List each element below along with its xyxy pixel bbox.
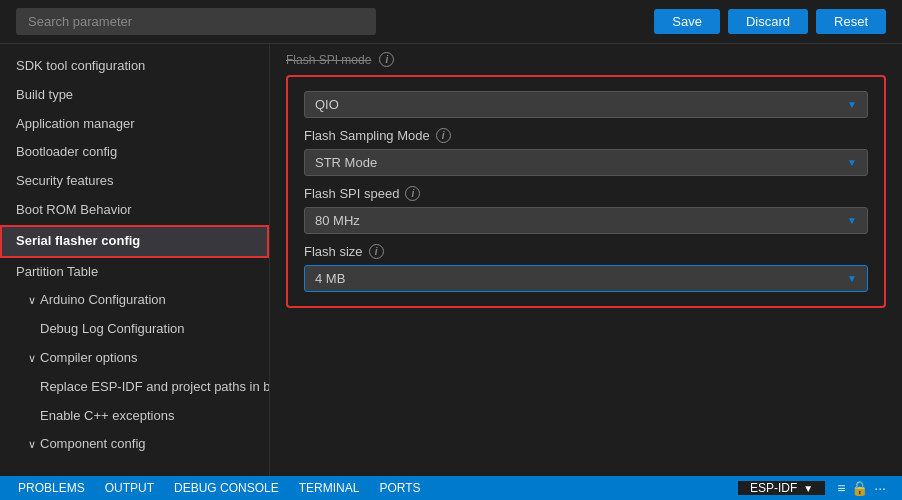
flash-spi-speed-label: Flash SPI speed bbox=[304, 186, 399, 201]
flash-size-value: 4 MB bbox=[315, 271, 345, 286]
sidebar-item-component-config[interactable]: ∨Component config bbox=[0, 430, 269, 459]
qio-value: QIO bbox=[315, 97, 339, 112]
mhz-value: 80 MHz bbox=[315, 213, 360, 228]
mhz-arrow-icon: ▼ bbox=[847, 215, 857, 226]
flash-spi-mode-info-icon[interactable]: i bbox=[379, 52, 394, 67]
statusbar-terminal[interactable]: TERMINAL bbox=[289, 481, 370, 495]
statusbar-left: PROBLEMS OUTPUT DEBUG CONSOLE TERMINAL P… bbox=[8, 481, 431, 495]
flash-spi-speed-row: Flash SPI speed i 80 MHz ▼ bbox=[304, 186, 868, 234]
panel: Flash SPI mode i QIO ▼ Flash Sampling Mo… bbox=[270, 44, 902, 476]
sidebar-item-bootloader-config[interactable]: Bootloader config bbox=[0, 138, 269, 167]
discard-button[interactable]: Discard bbox=[728, 9, 808, 34]
search-input[interactable] bbox=[16, 8, 376, 35]
statusbar-output[interactable]: OUTPUT bbox=[95, 481, 164, 495]
list-icon[interactable]: ≡ bbox=[837, 480, 845, 496]
statusbar: PROBLEMS OUTPUT DEBUG CONSOLE TERMINAL P… bbox=[0, 476, 902, 500]
sidebar-item-arduino-configuration[interactable]: ∨Arduino Configuration bbox=[0, 286, 269, 315]
str-mode-value: STR Mode bbox=[315, 155, 377, 170]
flash-spi-speed-label-row: Flash SPI speed i bbox=[304, 186, 868, 201]
sidebar-item-security-features[interactable]: Security features bbox=[0, 167, 269, 196]
sidebar-item-build-type[interactable]: Build type bbox=[0, 81, 269, 110]
sidebar-item-enable-cpp[interactable]: Enable C++ exceptions bbox=[0, 402, 269, 431]
statusbar-esp-idf[interactable]: ESP-IDF ▼ bbox=[738, 481, 825, 495]
qio-arrow-icon: ▼ bbox=[847, 99, 857, 110]
search-wrap bbox=[16, 8, 376, 35]
chevron-arduino-icon: ∨ bbox=[28, 294, 36, 306]
chevron-component-icon: ∨ bbox=[28, 438, 36, 450]
flash-sampling-mode-label: Flash Sampling Mode bbox=[304, 128, 430, 143]
statusbar-icons: ≡ 🔒 ··· bbox=[829, 480, 894, 496]
more-icon[interactable]: ··· bbox=[874, 480, 886, 496]
sidebar-item-replace-esp-idf[interactable]: Replace ESP-IDF and project paths in bin… bbox=[0, 373, 269, 402]
flash-spi-mode-label: Flash SPI mode bbox=[286, 53, 371, 67]
sidebar-item-debug-log-configuration[interactable]: Debug Log Configuration bbox=[0, 315, 269, 344]
highlight-box: QIO ▼ Flash Sampling Mode i STR Mode ▼ F… bbox=[286, 75, 886, 308]
flash-spi-speed-info-icon[interactable]: i bbox=[405, 186, 420, 201]
flash-sampling-mode-row: Flash Sampling Mode i STR Mode ▼ bbox=[304, 128, 868, 176]
statusbar-debug-console[interactable]: DEBUG CONSOLE bbox=[164, 481, 289, 495]
flash-size-label-row: Flash size i bbox=[304, 244, 868, 259]
flash-size-dropdown[interactable]: 4 MB ▼ bbox=[304, 265, 868, 292]
flash-size-info-icon[interactable]: i bbox=[369, 244, 384, 259]
esp-idf-arrow-icon: ▼ bbox=[803, 483, 813, 494]
mhz-dropdown[interactable]: 80 MHz ▼ bbox=[304, 207, 868, 234]
sidebar-item-compiler-options[interactable]: ∨Compiler options bbox=[0, 344, 269, 373]
sidebar-item-partition-table[interactable]: Partition Table bbox=[0, 258, 269, 287]
toolbar-buttons: Save Discard Reset bbox=[654, 9, 886, 34]
flash-size-arrow-icon: ▼ bbox=[847, 273, 857, 284]
sidebar: SDK tool configuration Build type Applic… bbox=[0, 44, 270, 476]
esp-idf-label: ESP-IDF bbox=[750, 481, 797, 495]
str-mode-dropdown[interactable]: STR Mode ▼ bbox=[304, 149, 868, 176]
save-button[interactable]: Save bbox=[654, 9, 720, 34]
sidebar-item-boot-rom-behavior[interactable]: Boot ROM Behavior bbox=[0, 196, 269, 225]
flash-sampling-mode-label-row: Flash Sampling Mode i bbox=[304, 128, 868, 143]
statusbar-right: ESP-IDF ▼ ≡ 🔒 ··· bbox=[738, 480, 894, 496]
qio-dropdown[interactable]: QIO ▼ bbox=[304, 91, 868, 118]
flash-sampling-mode-info-icon[interactable]: i bbox=[436, 128, 451, 143]
toolbar: Save Discard Reset bbox=[0, 0, 902, 44]
sidebar-item-application-manager[interactable]: Application manager bbox=[0, 110, 269, 139]
flash-size-label: Flash size bbox=[304, 244, 363, 259]
flash-size-row: Flash size i 4 MB ▼ bbox=[304, 244, 868, 292]
statusbar-problems[interactable]: PROBLEMS bbox=[8, 481, 95, 495]
chevron-compiler-icon: ∨ bbox=[28, 352, 36, 364]
qio-row: QIO ▼ bbox=[304, 91, 868, 118]
main-content: SDK tool configuration Build type Applic… bbox=[0, 44, 902, 476]
flash-spi-mode-header-row: Flash SPI mode i bbox=[286, 52, 886, 67]
sidebar-item-sdk-tool-config[interactable]: SDK tool configuration bbox=[0, 52, 269, 81]
lock-icon[interactable]: 🔒 bbox=[851, 480, 868, 496]
str-mode-arrow-icon: ▼ bbox=[847, 157, 857, 168]
statusbar-ports[interactable]: PORTS bbox=[369, 481, 430, 495]
sidebar-item-serial-flasher-config[interactable]: Serial flasher config bbox=[0, 225, 269, 258]
reset-button[interactable]: Reset bbox=[816, 9, 886, 34]
